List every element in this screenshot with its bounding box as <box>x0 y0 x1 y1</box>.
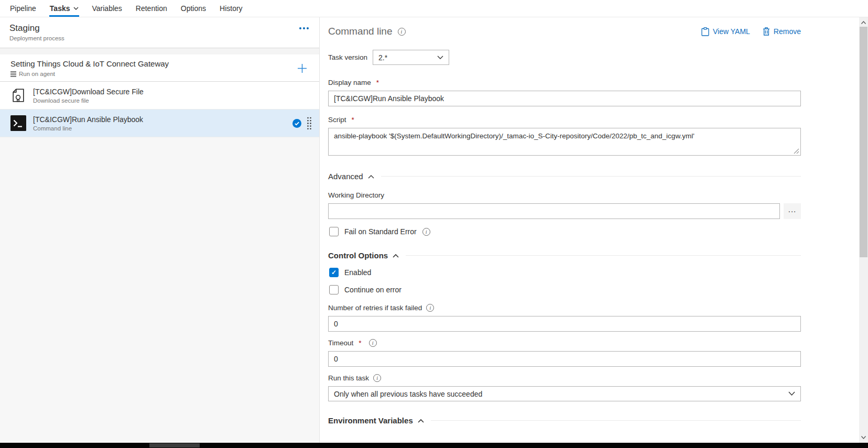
resize-grip-icon[interactable] <box>794 148 799 154</box>
scroll-up-icon[interactable] <box>859 18 868 27</box>
task-title: [TC&ICGW]Download Secure File <box>33 88 313 96</box>
continue-on-error-row: Continue on error <box>329 285 801 294</box>
control-options-section-header[interactable]: Control Options <box>328 251 801 260</box>
task-selected-check-icon <box>292 119 301 128</box>
task-subtitle: Command line <box>33 125 292 132</box>
info-icon[interactable] <box>369 339 377 347</box>
vertical-scrollbar[interactable] <box>859 17 868 443</box>
view-yaml-button[interactable]: View YAML <box>701 27 750 36</box>
chevron-up-icon <box>393 254 399 258</box>
nav-item-history[interactable]: History <box>213 0 249 17</box>
timeout-label: Timeout* <box>328 339 801 347</box>
enabled-label: Enabled <box>344 268 371 277</box>
agent-job-header[interactable]: Setting Things Cloud & IoT Connect Gatew… <box>0 54 319 82</box>
continue-on-error-checkbox[interactable] <box>329 285 339 294</box>
info-icon[interactable] <box>422 228 430 236</box>
stage-subtitle: Deployment process <box>9 35 64 41</box>
display-name-input[interactable] <box>328 91 801 106</box>
terminal-icon <box>10 115 26 131</box>
ellipsis-icon <box>299 27 301 29</box>
retries-label: Number of retries if task failed <box>328 304 801 312</box>
chevron-down-icon <box>788 391 795 396</box>
scrollbar-thumb[interactable] <box>860 27 867 257</box>
timeout-input[interactable] <box>328 351 801 367</box>
section-divider <box>406 255 801 256</box>
working-directory-input[interactable] <box>328 203 780 219</box>
remove-task-button[interactable]: Remove <box>763 27 801 36</box>
info-icon[interactable] <box>426 304 434 312</box>
fail-on-stderr-row: Fail on Standard Error <box>329 227 801 236</box>
clipboard-icon <box>701 27 709 36</box>
required-asterisk: * <box>359 339 361 347</box>
horizontal-scrollbar[interactable] <box>0 443 868 448</box>
task-config-panel: Command line View YAML <box>320 17 859 443</box>
fail-on-stderr-label: Fail on Standard Error <box>344 227 417 236</box>
required-asterisk: * <box>352 116 354 124</box>
stage-more-actions-button[interactable] <box>297 23 311 34</box>
enabled-checkbox[interactable] <box>329 268 339 277</box>
agent-job-subtitle: Run on agent <box>19 71 55 77</box>
task-item-download-secure-file[interactable]: [TC&ICGW]Download Secure File Download s… <box>0 82 319 110</box>
advanced-section-header[interactable]: Advanced <box>328 172 801 181</box>
info-icon[interactable] <box>373 374 381 382</box>
task-type-title: Command line <box>328 26 406 37</box>
task-version-label: Task version <box>328 53 367 61</box>
task-subtitle: Download secure file <box>33 97 313 104</box>
trash-icon <box>763 27 770 36</box>
nav-item-retention[interactable]: Retention <box>129 0 174 17</box>
agent-job-title: Setting Things Cloud & IoT Connect Gatew… <box>10 59 169 68</box>
environment-variables-section-header[interactable]: Environment Variables <box>328 416 801 425</box>
chevron-down-icon <box>437 56 443 60</box>
task-version-dropdown[interactable]: 2.* <box>373 50 449 65</box>
nav-item-variables[interactable]: Variables <box>85 0 129 17</box>
horizontal-scrollbar-thumb[interactable] <box>149 443 200 447</box>
drag-handle[interactable] <box>306 115 313 132</box>
script-input[interactable]: ansible-playbook '$(System.DefaultWorkin… <box>328 128 801 156</box>
fail-on-stderr-checkbox[interactable] <box>329 227 339 236</box>
task-list-empty-area <box>0 137 319 443</box>
task-title: [TC&ICGW]Run Ansible Playbook <box>33 115 292 124</box>
section-divider <box>431 420 801 421</box>
continue-on-error-label: Continue on error <box>344 286 402 294</box>
run-this-task-label: Run this task <box>328 374 801 382</box>
enabled-row: Enabled <box>329 268 801 277</box>
scroll-down-icon[interactable] <box>859 433 868 442</box>
tasks-sidebar: Staging Deployment process Setting Thing… <box>0 17 320 443</box>
nav-item-tasks[interactable]: Tasks <box>43 0 85 17</box>
retries-input[interactable] <box>328 316 801 332</box>
run-this-task-dropdown[interactable]: Only when all previous tasks have succee… <box>328 386 801 401</box>
nav-item-options[interactable]: Options <box>174 0 213 17</box>
required-asterisk: * <box>376 79 379 86</box>
working-directory-label: Working Directory <box>328 191 801 199</box>
chevron-up-icon <box>368 174 374 179</box>
plus-icon <box>297 63 308 74</box>
section-divider <box>381 176 801 177</box>
chevron-down-icon <box>73 7 79 10</box>
task-item-run-ansible-playbook[interactable]: [TC&ICGW]Run Ansible Playbook Command li… <box>0 110 319 137</box>
agent-icon <box>10 71 16 77</box>
secure-file-icon <box>10 88 26 103</box>
stage-title: Staging <box>9 23 64 34</box>
display-name-label: Display name* <box>328 79 801 86</box>
pipeline-tab-bar: Pipeline Tasks Variables Retention Optio… <box>0 0 868 17</box>
nav-item-pipeline[interactable]: Pipeline <box>3 0 43 17</box>
script-label: Script* <box>328 116 801 124</box>
browse-button[interactable]: ... <box>784 203 801 219</box>
info-icon[interactable] <box>398 28 406 36</box>
panel-spacer <box>0 48 319 54</box>
add-task-button[interactable] <box>292 61 312 76</box>
chevron-up-icon <box>418 419 424 423</box>
stage-header: Staging Deployment process <box>0 17 319 48</box>
